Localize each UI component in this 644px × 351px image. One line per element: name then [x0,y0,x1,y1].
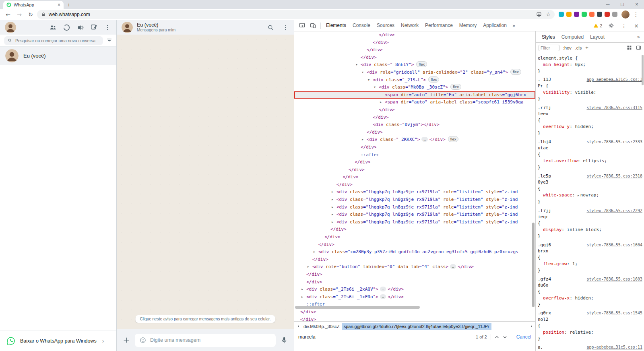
devtools-tab-network[interactable]: Network [398,20,422,31]
css-selector[interactable]: .l7jj [538,208,551,214]
rendering-emulations-icon[interactable] [627,45,632,50]
extension-icon[interactable] [589,12,594,17]
browser-tab[interactable]: WhatsApp × [3,1,64,9]
device-toolbar-icon[interactable] [308,22,318,29]
css-selector[interactable]: .r7fj [538,105,551,111]
dom-tree-node[interactable]: ▾<div role="gridcell" aria-colindex="2" … [294,69,535,76]
expanded-arrow-icon[interactable]: ▾ [362,69,363,76]
dom-tree-node[interactable]: </div> [294,308,535,316]
collapsed-arrow-icon[interactable]: ▸ [332,188,333,196]
dom-tree-node[interactable]: </div> [294,31,535,39]
forward-button[interactable]: → [14,11,24,18]
address-bar[interactable]: web.whatsapp.com ☆ [37,10,555,19]
channels-icon[interactable] [76,24,84,31]
flex-badge[interactable]: flex [450,84,461,90]
dom-tree-node[interactable]: </div> [294,173,535,181]
css-property[interactable]: flex-grow: 1; [538,261,642,267]
styles-scrollbar[interactable] [642,55,644,85]
css-selector[interactable]: .gfz4 [538,276,551,283]
css-property[interactable]: overflow-y: hidden; [538,124,642,130]
more-tabs-icon[interactable]: » [510,23,518,29]
dom-tree-node[interactable]: </div> [294,46,535,54]
chat-list-item[interactable]: Eu (você) [0,47,116,65]
breadcrumb-item-selected[interactable]: span.ggj6brxn.gfz4du6o.r7fjleex.g0rxnol2… [342,323,491,330]
stylesheet-source-link[interactable]: app-aebebea…31c5.css:11 [587,344,642,351]
collapsed-arrow-icon[interactable]: ▸ [308,263,309,271]
expanded-arrow-icon[interactable]: ▾ [356,61,357,69]
css-selector[interactable]: .ggj6 [538,242,551,248]
css-selector[interactable]: ._11J [538,76,551,83]
css-selector[interactable]: 0ye3 [538,179,549,186]
profile-avatar[interactable] [5,22,16,33]
mic-icon[interactable] [280,336,288,344]
status-icon[interactable] [63,24,70,31]
extension-icon[interactable] [597,12,602,17]
dom-tree-node[interactable]: ▸<div class="_2KKXC">…</div>flex [294,136,535,144]
devtools-menu-icon[interactable]: ⋮ [618,23,630,29]
stylesheet-source-link[interactable]: stylex-7836…55.css:3115 [587,105,642,111]
stylesheet-source-link[interactable]: stylex-7836…55.css:2292 [587,208,642,214]
chat-search-icon[interactable] [267,24,274,31]
devtools-tab-application[interactable]: Application [480,20,510,31]
collapsed-arrow-icon[interactable]: ▸ [332,204,333,211]
css-property[interactable]: display: inline-block; [538,227,642,233]
chat-header-avatar[interactable] [122,22,133,33]
stylesheet-source-link[interactable]: stylex-7836…55.css:2333 [587,139,642,145]
breadcrumb-item[interactable]: div.Mk0Bp._30scZ [301,323,342,330]
chat-menu-icon[interactable] [282,24,289,31]
css-selector[interactable]: element.style { [538,55,578,62]
stylesheet-source-link[interactable]: stylex-7836…55.css:1545 [587,310,642,316]
dom-tree-node[interactable]: ▸<div class="lhggkp7q ln8gz9je rx9719la"… [294,204,535,211]
browser-menu-icon[interactable]: ⋮ [631,11,641,18]
extension-icon[interactable] [582,12,587,17]
inspect-element-icon[interactable] [297,22,308,29]
collapsed-arrow-icon[interactable]: ▸ [380,99,382,106]
dom-tree-node[interactable]: ▾<div class="_8nE1Y">flex [294,61,535,69]
stylesheet-source-link[interactable]: stylex-7836…55.css:1603 [587,276,642,283]
css-selector[interactable]: Pr { [538,83,549,89]
filter-chats-icon[interactable] [106,37,112,43]
dom-tree-node[interactable]: </div> [294,129,535,136]
collapsed-arrow-icon[interactable]: ▸ [301,286,303,293]
element-classes-button[interactable]: .cls [575,45,582,50]
dom-tree-node[interactable]: </div> [294,39,535,47]
new-tab-button[interactable]: + [64,1,74,9]
expanded-arrow-icon[interactable]: ▾ [368,76,369,84]
extension-icon[interactable] [559,12,564,17]
stylesheet-source-link[interactable]: stylex-7836…55.css:1604 [587,242,642,248]
sidebar-search-input[interactable]: Pesquisar ou começar uma nova conversa [4,36,103,45]
css-selector[interactable]: { [538,117,541,124]
css-property[interactable]: text-overflow: ellipsis; [538,158,642,164]
devtools-tab-memory[interactable]: Memory [456,20,480,31]
dom-tree-node[interactable]: ▾<div class="_21S-L">flex [294,76,535,84]
collapsed-arrow-icon[interactable]: ▸ [332,211,333,219]
dom-tree-node[interactable]: <div class="Dvjym"></div> [294,121,535,129]
reload-button[interactable]: ↻ [26,11,35,18]
flex-badge[interactable]: flex [448,136,459,142]
css-property[interactable]: position: relative; [538,329,642,336]
dom-tree-node[interactable]: ▸<div class="lhggkp7q ln8gz9je rx9719la"… [294,196,535,204]
dom-tree-node[interactable]: </div> [294,316,535,321]
extension-icon[interactable] [566,12,572,17]
devtools-close-icon[interactable]: × [631,23,642,29]
devtools-tab-elements[interactable]: Elements [323,20,349,31]
new-style-rule-button[interactable]: + [585,45,588,51]
css-selector[interactable]: { [538,254,541,261]
dom-tree-node[interactable]: ▸<div class="cm280p3y p357zi0d gndfcl4n … [294,248,535,256]
tab-close-icon[interactable]: × [58,2,60,8]
css-selector[interactable]: { [538,220,541,227]
devtools-tab-performance[interactable]: Performance [422,20,456,31]
collapsed-arrow-icon[interactable]: ▸ [314,248,315,256]
css-selector[interactable]: .g0rx [538,310,551,316]
download-banner[interactable]: Baixar o WhatsApp para Windows › [0,330,116,351]
flex-badge[interactable]: flex [510,69,521,75]
message-input[interactable]: Digite uma mensagem [135,334,276,347]
dom-tree-node[interactable]: ▸<span dir="auto" aria-label class="seop… [294,99,535,106]
css-selector[interactable]: utae [538,145,549,151]
dom-tree-node[interactable]: ▾<div class="Mk0Bp _30scZ">flex [294,84,535,91]
flex-badge[interactable]: flex [428,76,439,83]
stylesheet-source-link[interactable]: stylex-7836…55.css:2318 [587,173,642,180]
css-selector[interactable]: { [538,323,541,329]
window-maximize-button[interactable]: □ [615,0,630,9]
css-selector[interactable]: brxn [538,248,549,254]
